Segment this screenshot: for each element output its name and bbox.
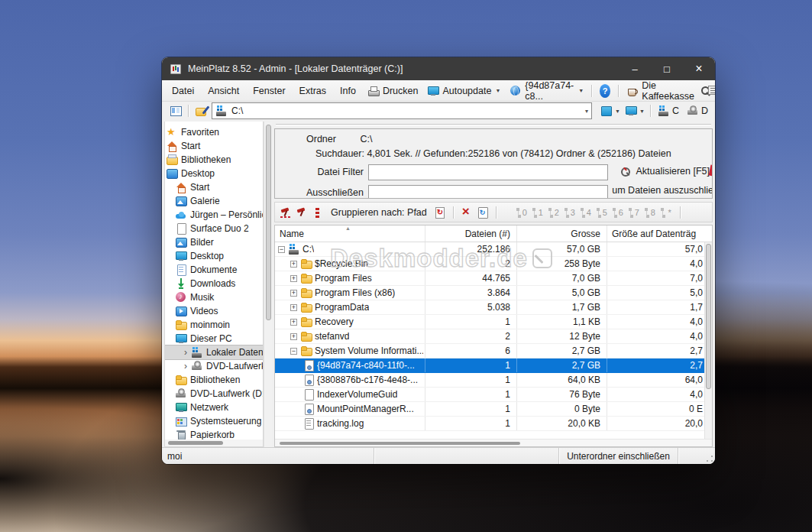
sidebar-item-dokumente[interactable]: Dokumente bbox=[165, 263, 263, 277]
expand-icon[interactable]: + bbox=[290, 275, 297, 282]
chevron-right-icon[interactable]: › bbox=[184, 362, 191, 370]
menu-item-datei[interactable]: Datei bbox=[165, 83, 201, 99]
menu-item-ansicht[interactable]: Ansicht bbox=[201, 83, 246, 99]
table-row[interactable]: −C:\252.18657,0 GB57,0 bbox=[275, 242, 712, 257]
expand-icon[interactable]: + bbox=[290, 319, 297, 326]
minimize-button[interactable]: – bbox=[619, 57, 651, 80]
menu-item-extras[interactable]: Extras bbox=[293, 83, 333, 99]
table-row[interactable]: +ProgramData5.0381,7 GB1,7 bbox=[275, 300, 712, 315]
tree-horizontal-scrollbar[interactable] bbox=[165, 440, 263, 446]
view-dropdown-2[interactable]: ▼ bbox=[623, 105, 647, 117]
expand-icon[interactable]: + bbox=[290, 333, 297, 340]
exclude-input[interactable] bbox=[368, 185, 608, 199]
hammer2-icon[interactable] bbox=[296, 206, 308, 219]
scrollbar-thumb[interactable] bbox=[280, 442, 520, 445]
collapse-icon[interactable]: − bbox=[290, 348, 297, 355]
sidebar-item-moinmoin[interactable]: moinmoin bbox=[165, 318, 263, 332]
table-row[interactable]: +stefanvd212 Byte4,0 bbox=[275, 329, 712, 344]
red-list-icon[interactable] bbox=[312, 206, 324, 219]
sidebar-item-bibliotheken[interactable]: Bibliotheken bbox=[165, 373, 263, 387]
sidebar-item-galerie[interactable]: Galerie bbox=[165, 194, 263, 208]
refresh-button[interactable]: Aktualisieren [F5] bbox=[620, 165, 710, 177]
kaffeekasse-button[interactable]: Die Kaffeekasse bbox=[622, 80, 700, 102]
sidebar-item-netzwerk[interactable]: Netzwerk bbox=[165, 401, 263, 414]
drive-c-button[interactable]: C bbox=[654, 105, 683, 117]
sidebar-item-musik[interactable]: Musik bbox=[165, 290, 263, 304]
group-level-button-5[interactable]: 5 bbox=[594, 206, 609, 219]
column-header-size[interactable]: Grosse bbox=[517, 225, 607, 242]
chevron-right-icon[interactable]: › bbox=[184, 349, 191, 356]
scrollbar-thumb[interactable] bbox=[168, 441, 223, 445]
splitter[interactable] bbox=[276, 124, 711, 126]
table-row[interactable]: {94d87a74-c840-11f0-...12,7 GB2,7 bbox=[275, 358, 712, 373]
refresh-list-icon[interactable] bbox=[434, 206, 446, 219]
delete-icon[interactable] bbox=[461, 206, 473, 219]
collapse-icon[interactable]: − bbox=[278, 246, 285, 253]
resize-grip[interactable] bbox=[706, 455, 713, 462]
sidebar-item-dvd-laufwerk[interactable]: ›DVD-Laufwerk bbox=[165, 359, 263, 373]
menu-tool-guid[interactable]: {94d87a74-c8... ▼ bbox=[505, 80, 588, 102]
expand-icon[interactable]: + bbox=[290, 290, 297, 297]
drive-d-button[interactable]: D bbox=[683, 105, 712, 117]
group-level-button-*[interactable]: * bbox=[658, 206, 673, 219]
expand-icon[interactable]: + bbox=[290, 261, 297, 268]
help-button[interactable]: ? bbox=[600, 84, 611, 98]
table-vertical-scrollbar[interactable] bbox=[704, 242, 712, 439]
sidebar-item-dvd-laufwerk-d-[interactable]: DVD-Laufwerk (D:) bbox=[165, 387, 263, 401]
maximize-button[interactable]: □ bbox=[651, 57, 683, 80]
chevron-down-icon[interactable]: ▾ bbox=[585, 108, 588, 115]
menu-item-info[interactable]: Info bbox=[333, 83, 363, 99]
sidebar-item-start[interactable]: Start bbox=[165, 139, 263, 153]
sidebar-item-desktop[interactable]: Desktop bbox=[165, 167, 263, 180]
panel-toggle-button[interactable] bbox=[167, 102, 185, 119]
group-level-button-3[interactable]: 3 bbox=[562, 206, 577, 219]
table-row[interactable]: {3808876b-c176-4e48-...164,0 KB64,0 bbox=[275, 373, 712, 388]
table-row[interactable]: +Recovery11,1 KB4,0 bbox=[275, 315, 712, 329]
column-header-size-on-disk[interactable]: Größe auf Datenträg bbox=[607, 225, 712, 242]
table-row[interactable]: MountPointManagerR...10 Byte0 E bbox=[275, 402, 712, 417]
table-row[interactable]: +$Recycle.Bin2258 Byte4,0 bbox=[275, 257, 712, 271]
close-button[interactable]: × bbox=[683, 57, 715, 80]
tree-vertical-scrollbar[interactable] bbox=[264, 122, 272, 447]
hammer-icon[interactable] bbox=[280, 206, 292, 219]
sidebar-item-videos[interactable]: Videos bbox=[165, 304, 263, 318]
group-level-button-0[interactable]: 0 bbox=[514, 206, 529, 219]
scrollbar-thumb[interactable] bbox=[706, 244, 711, 389]
group-level-button-1[interactable]: 1 bbox=[530, 206, 545, 219]
expand-icon[interactable]: + bbox=[290, 304, 297, 311]
sidebar-item-surface-duo-2[interactable]: Surface Duo 2 bbox=[165, 222, 263, 235]
sidebar-item-bilder[interactable]: Bilder bbox=[165, 235, 263, 249]
menu-tool-autoupdate[interactable]: Autoupdate ▼ bbox=[422, 85, 505, 97]
group-level-button-7[interactable]: 7 bbox=[626, 206, 641, 219]
column-header-files[interactable]: Dateien (#) bbox=[425, 225, 517, 242]
group-level-button-8[interactable]: 8 bbox=[642, 206, 657, 219]
sidebar-item-favoriten[interactable]: Favoriten bbox=[165, 125, 263, 139]
status-subfolders[interactable]: Unterordner einschließen bbox=[559, 448, 678, 464]
titlebar[interactable]: MeinPlatz 8.52 - Admin - [Lokaler Datent… bbox=[162, 57, 715, 80]
filter-input[interactable] bbox=[368, 164, 608, 180]
sidebar-item-downloads[interactable]: Downloads bbox=[165, 277, 263, 290]
edit-path-button[interactable] bbox=[192, 102, 210, 119]
group-level-button-2[interactable]: 2 bbox=[546, 206, 561, 219]
menu-item-fenster[interactable]: Fenster bbox=[246, 83, 292, 99]
table-row[interactable]: −System Volume Informati...62,7 GB2,7 bbox=[275, 344, 712, 358]
sidebar-item-start[interactable]: Start bbox=[165, 180, 263, 194]
scrollbar-thumb[interactable] bbox=[266, 125, 271, 320]
menu-tool-drucken[interactable]: Drucken bbox=[363, 85, 423, 97]
clipboard-icon[interactable] bbox=[477, 206, 489, 219]
table-row[interactable]: +Program Files44.7657,0 GB7,0 bbox=[275, 271, 712, 286]
group-level-button-6[interactable]: 6 bbox=[610, 206, 625, 219]
table-row[interactable]: IndexerVolumeGuid176 Byte4,0 bbox=[275, 388, 712, 402]
table-horizontal-scrollbar[interactable] bbox=[275, 439, 712, 446]
group-level-button-4[interactable]: 4 bbox=[578, 206, 593, 219]
path-combobox[interactable]: C:\ ▾ bbox=[212, 102, 592, 119]
table-row[interactable]: tracking.log120,0 KB20,0 bbox=[275, 417, 712, 431]
sidebar-item-desktop[interactable]: Desktop bbox=[165, 249, 263, 263]
sidebar-item-lokaler-datentr-ger[interactable]: ›Lokaler Datenträger bbox=[165, 345, 263, 359]
sidebar-item-j-rgen-pers-nlich[interactable]: Jürgen – Persönlich bbox=[165, 208, 263, 222]
sidebar-item-papierkorb[interactable]: Papierkorb bbox=[165, 428, 263, 440]
table-row[interactable]: +Program Files (x86)3.8645,0 GB5,0 bbox=[275, 286, 712, 300]
sidebar-item-dieser-pc[interactable]: Dieser PC bbox=[165, 332, 263, 345]
sidebar-item-systemsteuerung[interactable]: Systemsteuerung bbox=[165, 414, 263, 428]
sidebar-item-bibliotheken[interactable]: Bibliotheken bbox=[165, 153, 263, 167]
